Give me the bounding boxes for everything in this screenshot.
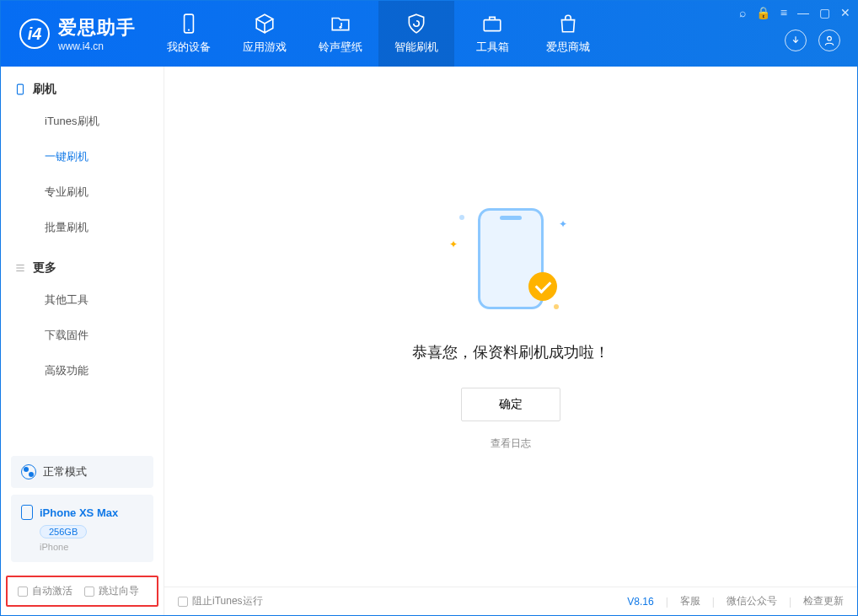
device-mode-panel[interactable]: 正常模式 [11, 456, 153, 488]
download-icon [790, 35, 802, 46]
success-illustration: ✦ ✦ [456, 203, 566, 313]
success-panel: ✦ ✦ 恭喜您，保资料刷机成功啦！ 确定 查看日志 [164, 67, 857, 587]
svg-point-2 [339, 26, 341, 29]
device-name: iPhone XS Max [40, 506, 118, 519]
tab-store[interactable]: 爱思商城 [530, 1, 606, 67]
sidebar-section-flash: 刷机 [1, 67, 164, 104]
sidebar-item-download-firmware[interactable]: 下载固件 [1, 318, 164, 353]
briefcase-icon [481, 13, 503, 35]
device-type: iPhone [40, 542, 143, 552]
phone-icon [178, 13, 200, 35]
shield-refresh-icon [405, 13, 427, 35]
bag-icon [557, 13, 579, 35]
lock-icon[interactable]: 🔒 [756, 6, 770, 19]
checkbox-icon [18, 587, 28, 597]
device-icon [14, 83, 26, 95]
sidebar-item-pro-flash[interactable]: 专业刷机 [1, 174, 164, 210]
minimize-icon[interactable]: — [797, 6, 809, 19]
logo-icon: i4 [19, 19, 50, 49]
window-controls: ⌕ 🔒 ≡ — ▢ ✕ [739, 6, 850, 19]
sidebar-section-more: 更多 [1, 245, 164, 282]
sidebar-item-oneclick-flash[interactable]: 一键刷机 [1, 139, 164, 174]
sidebar-item-itunes-flash[interactable]: iTunes刷机 [1, 104, 164, 139]
logo: i4 爱思助手 www.i4.cn [1, 15, 151, 52]
checkbox-block-itunes[interactable]: 阻止iTunes运行 [178, 594, 263, 608]
tab-my-device[interactable]: 我的设备 [151, 1, 227, 67]
cube-icon [254, 13, 276, 35]
close-icon[interactable]: ✕ [840, 6, 850, 19]
success-message: 恭喜您，保资料刷机成功啦！ [412, 342, 609, 362]
phone-small-icon [21, 505, 33, 520]
dot-icon [459, 215, 464, 220]
check-update-link[interactable]: 检查更新 [803, 594, 844, 608]
download-button[interactable] [785, 29, 807, 51]
device-capacity: 256GB [40, 525, 87, 538]
tab-apps[interactable]: 应用游戏 [227, 1, 303, 67]
menu-icon[interactable]: ≡ [780, 6, 787, 19]
sidebar-item-batch-flash[interactable]: 批量刷机 [1, 210, 164, 245]
body: 刷机 iTunes刷机 一键刷机 专业刷机 批量刷机 更多 其他工具 下载固件 … [1, 67, 857, 615]
user-icon [823, 35, 835, 46]
device-info-panel[interactable]: iPhone XS Max 256GB iPhone [11, 495, 153, 562]
sidebar: 刷机 iTunes刷机 一键刷机 专业刷机 批量刷机 更多 其他工具 下载固件 … [1, 67, 164, 615]
sidebar-item-advanced[interactable]: 高级功能 [1, 353, 164, 388]
checkbox-auto-activate[interactable]: 自动激活 [18, 584, 72, 598]
footer: 阻止iTunes运行 V8.16 | 客服 | 微信公众号 | 检查更新 [164, 587, 857, 615]
top-tabs: 我的设备 应用游戏 铃声壁纸 智能刷机 工具箱 爱思商城 [151, 1, 606, 67]
svg-rect-3 [484, 20, 501, 31]
titlebar: i4 爱思助手 www.i4.cn 我的设备 应用游戏 铃声壁纸 智能刷机 [1, 1, 857, 67]
sparkle-icon: ✦ [449, 238, 458, 250]
list-icon [14, 262, 26, 274]
app-site: www.i4.cn [58, 40, 136, 52]
highlighted-options-row: 自动激活 跳过向导 [6, 576, 158, 607]
svg-point-4 [828, 36, 832, 40]
checkbox-icon [84, 587, 94, 597]
svg-rect-5 [18, 84, 24, 94]
sidebar-item-other-tools[interactable]: 其他工具 [1, 282, 164, 318]
sparkle-icon: ✦ [559, 218, 567, 230]
app-window: i4 爱思助手 www.i4.cn 我的设备 应用游戏 铃声壁纸 智能刷机 [0, 0, 858, 616]
dot-icon [554, 304, 559, 309]
tab-smart-flash[interactable]: 智能刷机 [378, 1, 454, 67]
checkbox-skip-guide[interactable]: 跳过向导 [84, 584, 139, 598]
support-link[interactable]: 客服 [680, 594, 700, 608]
header-tools [785, 29, 840, 51]
ok-button[interactable]: 确定 [461, 388, 560, 421]
main-content: ✦ ✦ 恭喜您，保资料刷机成功啦！ 确定 查看日志 阻止iTunes运行 V8. [164, 67, 857, 615]
svg-point-1 [188, 29, 190, 31]
tab-toolbox[interactable]: 工具箱 [454, 1, 530, 67]
tshirt-icon[interactable]: ⌕ [739, 6, 746, 19]
version-label: V8.16 [627, 596, 653, 608]
maximize-icon[interactable]: ▢ [819, 6, 830, 19]
wechat-link[interactable]: 微信公众号 [727, 594, 777, 608]
mode-icon [21, 464, 36, 479]
device-mode-label: 正常模式 [43, 464, 87, 479]
view-log-link[interactable]: 查看日志 [491, 437, 531, 451]
music-folder-icon [330, 13, 351, 35]
tab-ringtone[interactable]: 铃声壁纸 [303, 1, 378, 67]
checkbox-icon [178, 597, 188, 607]
check-badge-icon [528, 272, 557, 301]
app-name: 爱思助手 [58, 15, 136, 40]
profile-button[interactable] [818, 29, 840, 51]
